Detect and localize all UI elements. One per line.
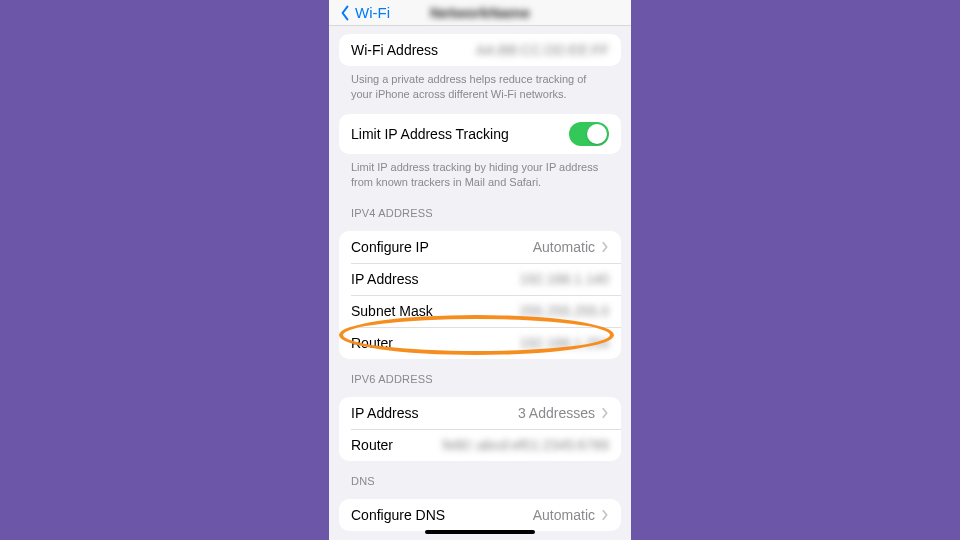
ipv6-ip-label: IP Address xyxy=(351,405,418,421)
chevron-right-icon xyxy=(601,407,609,419)
ipv4-ip-label: IP Address xyxy=(351,271,418,287)
wifi-address-footer: Using a private address helps reduce tra… xyxy=(329,66,631,106)
ipv6-router-label: Router xyxy=(351,437,393,453)
wifi-address-value: AA:BB:CC:DD:EE:FF xyxy=(476,42,609,58)
ipv4-group: Configure IP Automatic IP Address 192.16… xyxy=(339,231,621,359)
configure-dns-label: Configure DNS xyxy=(351,507,445,523)
ipv6-ip-value: 3 Addresses xyxy=(518,405,609,421)
dns-group: Configure DNS Automatic xyxy=(339,499,621,531)
limit-ip-label: Limit IP Address Tracking xyxy=(351,126,509,142)
wifi-address-row: Wi-Fi Address AA:BB:CC:DD:EE:FF xyxy=(339,34,621,66)
limit-ip-footer: Limit IP address tracking by hiding your… xyxy=(329,154,631,194)
ipv6-router-row: Router fe80::abcd:ef01:2345:6789 xyxy=(339,429,621,461)
wifi-address-group: Wi-Fi Address AA:BB:CC:DD:EE:FF xyxy=(339,34,621,66)
configure-ip-value: Automatic xyxy=(533,239,609,255)
configure-ip-label: Configure IP xyxy=(351,239,429,255)
phone-screen: Wi-Fi NetworkName Wi-Fi Address AA:BB:CC… xyxy=(329,0,631,540)
limit-ip-toggle[interactable] xyxy=(569,122,609,146)
ipv6-group: IP Address 3 Addresses Router fe80::abcd… xyxy=(339,397,621,461)
ipv6-ip-value-text: 3 Addresses xyxy=(518,405,595,421)
configure-ip-value-text: Automatic xyxy=(533,239,595,255)
chevron-right-icon xyxy=(601,509,609,521)
ipv4-subnet-row: Subnet Mask 255.255.255.0 xyxy=(339,295,621,327)
back-label: Wi-Fi xyxy=(355,4,390,21)
configure-dns-value: Automatic xyxy=(533,507,609,523)
ipv4-router-row: Router 192.168.1.254 xyxy=(339,327,621,359)
limit-ip-row: Limit IP Address Tracking xyxy=(339,114,621,154)
ipv4-ip-row: IP Address 192.168.1.140 xyxy=(339,263,621,295)
ipv4-ip-value: 192.168.1.140 xyxy=(519,271,609,287)
configure-ip-row[interactable]: Configure IP Automatic xyxy=(339,231,621,263)
configure-dns-row[interactable]: Configure DNS Automatic xyxy=(339,499,621,531)
ipv4-router-value: 192.168.1.254 xyxy=(519,335,609,351)
home-indicator xyxy=(425,530,535,534)
navigation-bar: Wi-Fi NetworkName xyxy=(329,0,631,26)
ipv4-subnet-value: 255.255.255.0 xyxy=(519,303,609,319)
settings-content: Wi-Fi Address AA:BB:CC:DD:EE:FF Using a … xyxy=(329,26,631,540)
wifi-address-label: Wi-Fi Address xyxy=(351,42,438,58)
back-button[interactable]: Wi-Fi xyxy=(339,4,390,21)
chevron-right-icon xyxy=(601,241,609,253)
ipv6-router-value: fe80::abcd:ef01:2345:6789 xyxy=(442,437,609,453)
ipv6-section-header: IPV6 ADDRESS xyxy=(329,359,631,389)
ipv4-router-label: Router xyxy=(351,335,393,351)
ipv6-ip-row[interactable]: IP Address 3 Addresses xyxy=(339,397,621,429)
ipv4-subnet-label: Subnet Mask xyxy=(351,303,433,319)
ipv4-section-header: IPV4 ADDRESS xyxy=(329,193,631,223)
configure-dns-value-text: Automatic xyxy=(533,507,595,523)
limit-ip-group: Limit IP Address Tracking xyxy=(339,114,621,154)
dns-section-header: DNS xyxy=(329,461,631,491)
chevron-left-icon xyxy=(339,5,351,21)
